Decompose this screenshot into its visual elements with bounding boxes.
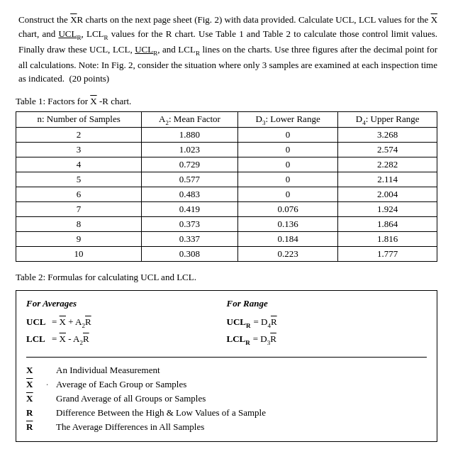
- problem-text: Construct the XR charts on the next page…: [18, 13, 437, 86]
- table-row: 70.4190.0761.924: [16, 202, 437, 217]
- table-cell: 0.308: [142, 247, 238, 262]
- legend-row-r: R Difference Between the High & Low Valu…: [26, 406, 427, 420]
- table-cell: 4: [16, 157, 142, 172]
- col-header-n: n: Number of Samples: [16, 111, 142, 128]
- table-cell: 2.114: [338, 172, 437, 187]
- legend-row-xdblbar: X Grand Average of all Groups or Samples: [26, 392, 427, 406]
- table-row: 31.02302.574: [16, 143, 437, 157]
- legend-desc-rbar: The Average Differences in All Samples: [56, 420, 427, 434]
- uclr-eq: = D4R: [253, 316, 276, 329]
- table-row: 80.3730.1361.864: [16, 217, 437, 232]
- table1-title: Table 1: Factors for X -R chart.: [16, 96, 437, 107]
- legend-symbol-xbar: X: [26, 377, 46, 392]
- table-cell: 0.729: [142, 157, 238, 172]
- lclr-eq: = D3R: [253, 333, 276, 346]
- uclr-row: UCLR = D4R: [227, 316, 427, 329]
- table-cell: 0.483: [142, 187, 238, 202]
- table-row: 100.3080.2231.777: [16, 247, 437, 262]
- table-cell: 0: [237, 172, 338, 187]
- legend-desc-r: Difference Between the High & Low Values…: [56, 406, 427, 420]
- table-cell: 2: [16, 128, 142, 143]
- formulas-box: For Averages UCL = X + A2R LCL = X - A2R…: [16, 290, 437, 442]
- col-header-d3: D3: Lower Range: [237, 111, 338, 128]
- legend-row-x: X An Individual Measurement: [26, 363, 427, 377]
- formula-divider: [26, 357, 427, 358]
- table-cell: 0.577: [142, 172, 238, 187]
- table-cell: 3: [16, 143, 142, 157]
- legend-desc-x: An Individual Measurement: [56, 363, 427, 377]
- legend-dot-xdblbar: [46, 392, 56, 406]
- problem-container: Construct the XR charts on the next page…: [16, 13, 437, 442]
- table-cell: 1.924: [338, 202, 437, 217]
- table-row: 60.48302.004: [16, 187, 437, 202]
- lclr-row: LCLR = D3R: [227, 333, 427, 346]
- table-cell: 0.223: [237, 247, 338, 262]
- table-cell: 1.864: [338, 217, 437, 232]
- table-cell: 0.136: [237, 217, 338, 232]
- table-cell: 1.777: [338, 247, 437, 262]
- table-cell: 7: [16, 202, 142, 217]
- legend-dot-xbar: ·: [46, 377, 56, 392]
- table-cell: 2.574: [338, 143, 437, 157]
- table-cell: 8: [16, 217, 142, 232]
- table-cell: 6: [16, 187, 142, 202]
- legend-desc-xdblbar: Grand Average of all Groups or Samples: [56, 392, 427, 406]
- table-cell: 5: [16, 172, 142, 187]
- table-row: 21.88003.268: [16, 128, 437, 143]
- problem-header: Construct the XR charts on the next page…: [16, 13, 437, 86]
- ucl-avg-label: UCL: [26, 316, 49, 328]
- uclr-label: UCLR: [227, 316, 251, 329]
- ucl-avg-eq: = X + A2R: [52, 316, 91, 329]
- table-cell: 0.373: [142, 217, 238, 232]
- table-cell: 0.076: [237, 202, 338, 217]
- table-row: 90.3370.1841.816: [16, 232, 437, 247]
- table-row: 50.57702.114: [16, 172, 437, 187]
- table2-title: Table 2: Formulas for calculating UCL an…: [16, 272, 437, 283]
- table-cell: 0.419: [142, 202, 238, 217]
- legend-row-xbar: X · Average of Each Group or Samples: [26, 377, 427, 392]
- table-cell: 2.004: [338, 187, 437, 202]
- legend-table: X An Individual Measurement X · Average …: [26, 363, 427, 434]
- table-cell: 0: [237, 143, 338, 157]
- table1: n: Number of Samples A2: Mean Factor D3:…: [16, 111, 437, 262]
- legend-symbol-xdblbar: X: [26, 392, 46, 406]
- col-header-d4: D4: Upper Range: [338, 111, 437, 128]
- legend-symbol-rbar: R: [26, 420, 46, 434]
- table-cell: 0: [237, 157, 338, 172]
- range-header: For Range: [227, 298, 427, 311]
- lcl-avg-label: LCL: [26, 333, 49, 345]
- table-cell: 2.282: [338, 157, 437, 172]
- table-cell: 0: [237, 128, 338, 143]
- col-header-a2: A2: Mean Factor: [142, 111, 238, 128]
- lclr-label: LCLR: [227, 333, 250, 346]
- table-cell: 10: [16, 247, 142, 262]
- table-cell: 3.268: [338, 128, 437, 143]
- legend-symbol-x: X: [26, 363, 46, 377]
- legend-desc-xbar: Average of Each Group or Samples: [56, 377, 427, 392]
- table-cell: 0: [237, 187, 338, 202]
- formulas-grid: For Averages UCL = X + A2R LCL = X - A2R…: [26, 298, 427, 350]
- table-cell: 0.184: [237, 232, 338, 247]
- for-range-section: For Range UCLR = D4R LCLR = D3R: [227, 298, 427, 350]
- table-row: 40.72902.282: [16, 157, 437, 172]
- table-cell: 1.816: [338, 232, 437, 247]
- lcl-avg-eq: = X - A2R: [52, 333, 89, 346]
- table-cell: 0.337: [142, 232, 238, 247]
- ucl-avg-row: UCL = X + A2R: [26, 316, 227, 329]
- legend-dot-r: [46, 406, 56, 420]
- legend-symbol-r: R: [26, 406, 46, 420]
- legend-dot-x: [46, 363, 56, 377]
- legend-row-rbar: R The Average Differences in All Samples: [26, 420, 427, 434]
- table-cell: 1.880: [142, 128, 238, 143]
- averages-header: For Averages: [26, 298, 227, 311]
- for-averages-section: For Averages UCL = X + A2R LCL = X - A2R: [26, 298, 227, 350]
- lcl-avg-row: LCL = X - A2R: [26, 333, 227, 346]
- table-cell: 9: [16, 232, 142, 247]
- table-cell: 1.023: [142, 143, 238, 157]
- legend-dot-rbar: [46, 420, 56, 434]
